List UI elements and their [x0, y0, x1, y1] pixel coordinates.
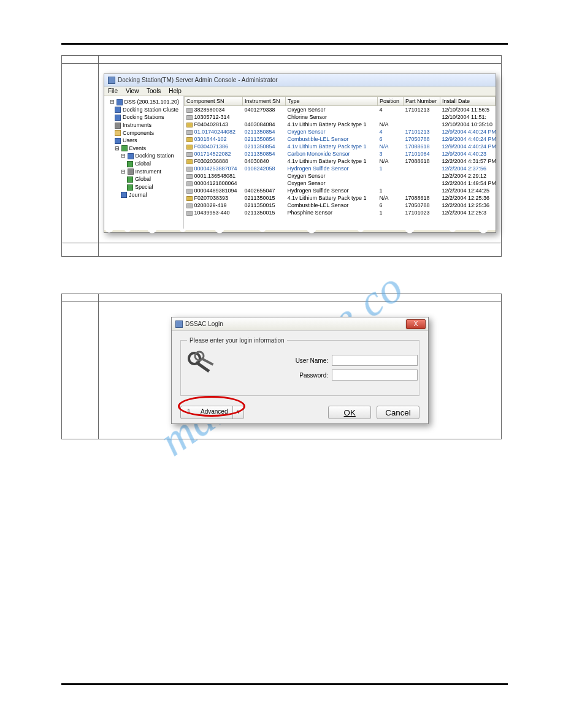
menu-help[interactable]: Help: [169, 88, 182, 94]
menu-file[interactable]: File: [108, 88, 118, 94]
action-col: [99, 56, 502, 64]
steps-table-2: DSSAC Login X Please enter your login in…: [61, 294, 502, 439]
tree-item[interactable]: Journal: [106, 191, 182, 199]
menubar: File View Tools Help: [104, 86, 496, 96]
tree-item[interactable]: Users: [106, 137, 182, 145]
tree-root[interactable]: ⊟ DSS (200.151.101.20): [106, 98, 182, 106]
component-list[interactable]: Component SN Instrument SN Type Position…: [184, 96, 496, 230]
tree-item[interactable]: Docking Station Cluste: [106, 106, 182, 114]
step-col: [62, 294, 99, 302]
tree-item[interactable]: Global: [106, 160, 182, 168]
steps-table-1: Docking Station(TM) Server Admin Console…: [61, 55, 502, 257]
admin-console-window: Docking Station(TM) Server Admin Console…: [104, 74, 496, 233]
tree-item[interactable]: ⊟ Events: [106, 145, 182, 153]
cancel-button[interactable]: Cancel: [377, 406, 419, 419]
torn-edge: [103, 229, 497, 236]
login-groupbox: Please enter your login information User…: [180, 337, 419, 396]
table-row[interactable]: 38285800340401279338Oxygen Sensor4171012…: [185, 106, 496, 114]
table-row[interactable]: 00004121808064Oxygen Sensor12/2/2004 1:4…: [185, 180, 496, 187]
table-row[interactable]: F0302036888040308404.1v Lithium Battery …: [185, 157, 496, 165]
svg-rect-3: [201, 357, 213, 366]
tree-item[interactable]: ⊟ Instrument: [106, 168, 182, 176]
table-row[interactable]: F040402814304030840844.1v Lithium Batter…: [185, 121, 496, 128]
action-col: [99, 294, 502, 302]
table-row[interactable]: 0208029-4190211350015Combustible-LEL Sen…: [185, 202, 496, 209]
table-row[interactable]: F030407138602113508544.1v Lithium Batter…: [185, 143, 496, 150]
col-install-date[interactable]: Install Date: [440, 97, 496, 106]
dialog-title: DSSAC Login: [185, 320, 223, 327]
screenshot-cell: DSSAC Login X Please enter your login in…: [99, 302, 502, 439]
col-position[interactable]: Position: [378, 97, 404, 106]
col-component-sn[interactable]: Component SN: [185, 97, 243, 106]
menu-view[interactable]: View: [126, 88, 139, 94]
tree-item[interactable]: ⊟ Docking Station: [106, 152, 182, 160]
col-instrument-sn[interactable]: Instrument SN: [243, 97, 286, 106]
col-type[interactable]: Type: [286, 97, 378, 106]
groupbox-legend: Please enter your login information: [187, 337, 287, 344]
table-row[interactable]: 000042538870740108242058Hydrogen Sulfide…: [185, 165, 496, 172]
table-row[interactable]: 0017145220820211350854Carbon Monoxide Se…: [185, 150, 496, 157]
login-dialog: DSSAC Login X Please enter your login in…: [171, 317, 429, 424]
tree-item[interactable]: Components: [106, 129, 182, 137]
table-row[interactable]: 01.017402440820211350854Oxygen Sensor417…: [185, 128, 496, 135]
dropdown-arrow-icon[interactable]: ▾: [232, 406, 243, 419]
advanced-button[interactable]: ⇩ Advanced ▾: [180, 406, 244, 419]
menu-tools[interactable]: Tools: [147, 88, 161, 94]
username-input[interactable]: [332, 355, 418, 366]
username-label: User Name:: [279, 357, 328, 364]
table-row[interactable]: 0001.136548081Oxygen Sensor12/2/2004 2:2…: [185, 172, 496, 180]
down-arrow-icon: ⇩: [181, 406, 196, 419]
step-cell: [62, 302, 99, 439]
nav-tree[interactable]: ⊟ DSS (200.151.101.20) Docking Station C…: [104, 96, 184, 230]
table-row[interactable]: F020703839302113500154.1v Lithium Batter…: [185, 194, 496, 202]
table-row[interactable]: 000044893810940402655047Hydrogen Sulfide…: [185, 187, 496, 194]
page-rule-bottom: [61, 683, 508, 685]
app-icon: [108, 77, 115, 84]
action-cell: [99, 243, 502, 257]
close-button[interactable]: X: [406, 319, 426, 329]
tree-item[interactable]: Special: [106, 183, 182, 191]
step-cell: [62, 64, 99, 243]
window-title: Docking Station(TM) Server Admin Console…: [118, 77, 278, 83]
titlebar[interactable]: DSSAC Login X: [172, 317, 428, 331]
screenshot-cell: Docking Station(TM) Server Admin Console…: [99, 64, 502, 243]
titlebar[interactable]: Docking Station(TM) Server Admin Console…: [104, 74, 496, 86]
password-input[interactable]: [332, 370, 418, 381]
tree-item[interactable]: Instruments: [106, 121, 182, 129]
col-part-number[interactable]: Part Number: [404, 97, 440, 106]
table-row[interactable]: 10305712-314Chlorine Sensor12/10/2004 11…: [185, 113, 496, 121]
table-row[interactable]: 0301844-1020211350854Combustible-LEL Sen…: [185, 135, 496, 143]
ok-button[interactable]: OK: [328, 406, 371, 419]
tree-item[interactable]: Global: [106, 175, 182, 183]
step-cell: [62, 243, 99, 257]
step-col: [62, 56, 99, 64]
tree-item[interactable]: Docking Stations: [106, 113, 182, 121]
advanced-label: Advanced: [196, 406, 232, 419]
table-row[interactable]: 10439953-4400211350015Phosphine Sensor11…: [185, 209, 496, 216]
page-rule-top: [61, 43, 508, 45]
password-label: Password:: [279, 372, 328, 379]
keys-icon: [186, 350, 216, 381]
app-icon: [175, 320, 183, 328]
